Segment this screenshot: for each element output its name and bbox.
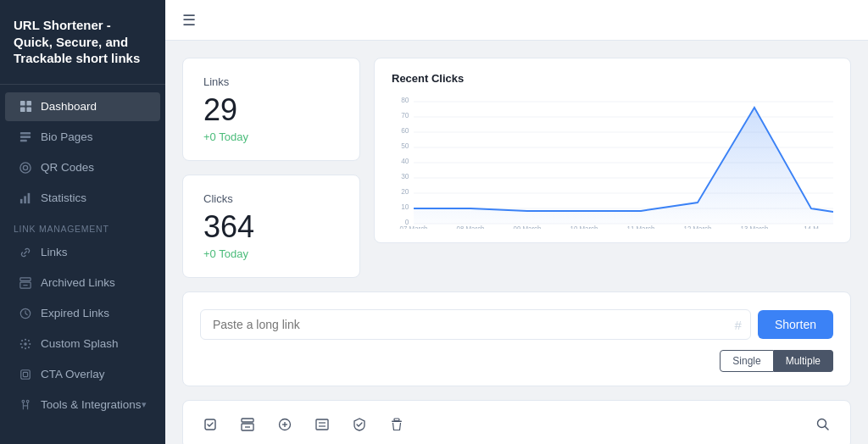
sidebar-links-label: Links [41,246,68,258]
sidebar-expired-links-label: Expired Links [41,307,109,319]
sidebar-item-dashboard[interactable]: Dashboard [5,92,160,121]
svg-rect-27 [21,369,31,379]
svg-text:30: 30 [401,172,409,180]
sidebar-item-archived-links[interactable]: Archived Links [5,269,160,297]
svg-rect-60 [205,419,215,430]
svg-point-24 [28,346,30,347]
toolbar-add-icon-button[interactable] [271,411,298,438]
statistics-icon [19,191,32,205]
clicks-stat-today: +0 Today [203,247,339,260]
toolbar-check-icon-button[interactable] [197,411,224,438]
svg-point-29 [22,400,25,402]
app-logo: URL Shortener - Quick, Secure, and Track… [0,0,165,85]
recent-clicks-chart-card: Recent Clicks 0 10 20 30 40 50 60 70 80 [374,58,851,243]
expired-links-icon [19,307,32,320]
svg-text:14 M: 14 M [804,225,819,229]
svg-rect-9 [20,198,23,203]
svg-point-21 [20,342,22,344]
main-content: ☰ Links 29 +0 Today Clicks 364 +0 Today [165,0,868,444]
svg-rect-67 [316,419,328,430]
toolbar-archive-icon-button[interactable] [234,411,261,438]
cta-overlay-icon [19,368,32,381]
svg-rect-0 [19,101,25,106]
multiple-toggle-button[interactable]: Multiple [774,350,833,372]
svg-rect-70 [394,419,399,421]
sidebar-custom-splash-label: Custom Splash [41,337,119,350]
sidebar-item-custom-splash[interactable]: Custom Splash [5,330,160,358]
svg-line-17 [25,314,28,315]
search-icon-button[interactable] [810,411,837,438]
toolbar-actions [197,411,410,438]
single-multiple-toggle: Single Multiple [200,350,833,372]
sidebar-dashboard-label: Dashboard [41,100,97,113]
links-stat-label: Links [203,75,339,88]
link-management-section: Link Management [0,214,165,237]
svg-rect-28 [23,372,27,376]
sidebar-item-tools-integrations[interactable]: Tools & Integrations ▾ [5,391,160,419]
svg-point-19 [25,338,26,340]
sidebar-statistics-label: Statistics [41,191,86,204]
toolbar-delete-icon-button[interactable] [383,411,410,438]
menu-icon[interactable]: ☰ [182,11,196,30]
svg-text:80: 80 [401,96,409,104]
hash-icon: # [735,318,750,332]
svg-point-8 [23,165,27,169]
custom-splash-icon [19,337,32,351]
svg-rect-11 [28,192,31,203]
svg-text:10: 10 [401,203,409,211]
url-input[interactable] [201,310,735,339]
clicks-stat-value: 364 [203,212,339,242]
chart-title: Recent Clicks [392,72,833,85]
bio-pages-icon [19,130,32,144]
sidebar-item-bio-pages[interactable]: Bio Pages [5,123,160,152]
svg-rect-61 [242,419,253,422]
topbar: ☰ [165,0,868,41]
qr-codes-icon [19,161,32,175]
svg-point-23 [21,340,23,341]
single-toggle-button[interactable]: Single [720,350,773,372]
sidebar-item-qr-codes[interactable]: QR Codes [5,153,160,182]
clicks-stat-card: Clicks 364 +0 Today [182,175,360,278]
svg-point-7 [20,162,31,172]
svg-text:10 March: 10 March [570,225,598,229]
shorten-button[interactable]: Shorten [758,310,833,339]
toolbar-shield-icon-button[interactable] [346,411,373,438]
links-stat-card: Links 29 +0 Today [182,58,360,161]
svg-line-73 [826,427,829,430]
content-area: Links 29 +0 Today Clicks 364 +0 Today Re… [165,41,868,444]
chart-svg: 0 10 20 30 40 50 60 70 80 [392,93,833,229]
sidebar: URL Shortener - Quick, Secure, and Track… [0,0,165,444]
dashboard-icon [19,100,32,114]
sidebar-tools-integrations-label: Tools & Integrations [41,398,142,411]
url-input-wrapper[interactable]: # [200,309,751,340]
svg-rect-5 [20,136,31,138]
svg-text:08 March: 08 March [457,225,485,229]
shorten-row: # Shorten [200,309,833,340]
sidebar-item-links[interactable]: Links [5,238,160,267]
svg-rect-6 [20,139,27,142]
svg-text:60: 60 [401,126,409,135]
svg-point-30 [26,400,29,402]
stats-left: Links 29 +0 Today Clicks 364 +0 Today [182,58,360,278]
svg-text:13 March: 13 March [741,225,769,229]
links-icon [19,246,32,259]
svg-text:20: 20 [401,187,409,196]
toolbar-card [182,400,851,444]
svg-rect-71 [392,421,402,423]
svg-text:07 March: 07 March [400,225,428,229]
sidebar-archived-links-label: Archived Links [41,276,115,289]
sidebar-item-expired-links[interactable]: Expired Links [5,299,160,328]
svg-point-26 [21,346,23,347]
svg-point-22 [29,342,31,344]
sidebar-bio-pages-label: Bio Pages [41,130,93,143]
sidebar-item-statistics[interactable]: Statistics [5,184,160,213]
chart-area: 0 10 20 30 40 50 60 70 80 [392,93,833,229]
svg-rect-1 [26,101,31,106]
svg-rect-2 [19,107,25,112]
links-stat-today: +0 Today [203,130,339,143]
toolbar-list-icon-button[interactable] [309,411,336,438]
svg-text:70: 70 [401,111,409,119]
svg-rect-12 [20,277,31,280]
sidebar-item-cta-overlay[interactable]: CTA Overlay [5,360,160,389]
svg-rect-3 [26,107,31,112]
